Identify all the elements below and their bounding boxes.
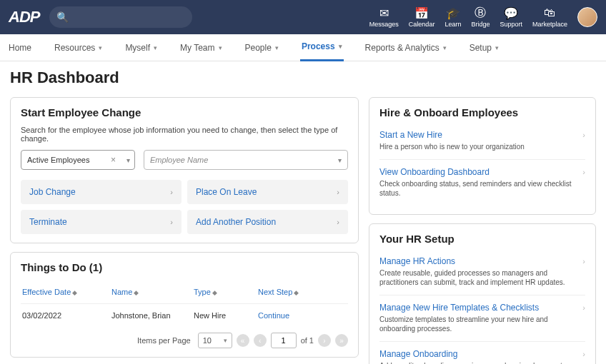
search-icon: 🔍 — [56, 11, 69, 23]
bridge-icon: Ⓑ — [475, 6, 486, 19]
nav-process[interactable]: Process▾ — [300, 34, 344, 61]
col-next-step[interactable]: Next Step◆ — [257, 285, 348, 299]
nav-my-team[interactable]: My Team▾ — [179, 34, 223, 61]
cell-date: 03/02/2022 — [21, 308, 110, 323]
link-desc: Check onboarding status, send reminders … — [379, 179, 585, 198]
action-label: Place On Leave — [196, 187, 257, 197]
link-desc: Create reusable, guided processes so man… — [379, 268, 585, 287]
support-icon: 💬 — [504, 6, 518, 19]
avatar[interactable] — [577, 7, 597, 27]
chevron-down-icon: ▾ — [154, 44, 157, 51]
action-label: Add Another Position — [196, 217, 276, 227]
nav-label: Resources — [54, 43, 95, 53]
start-employee-change-card: Start Employee Change Search for the emp… — [10, 97, 359, 243]
search-wrap: 🔍 — [49, 6, 192, 28]
topnav-messages[interactable]: ✉Messages — [369, 6, 399, 28]
action-place-on-leave[interactable]: Place On Leave› — [187, 180, 348, 204]
setup-link[interactable]: Manage New Hire Templates & Checklists› — [379, 303, 585, 313]
setup-link[interactable]: Manage Onboarding› — [379, 349, 585, 359]
hire-link[interactable]: View Onboarding Dashboard› — [379, 167, 585, 177]
next-step-link[interactable]: Continue — [258, 311, 289, 320]
topbar: ADP 🔍 ✉Messages📅Calendar🎓LearnⒷBridge💬Su… — [0, 0, 606, 34]
topnav-label: Messages — [369, 21, 399, 28]
clear-filter-icon[interactable]: × — [111, 155, 116, 165]
link-label: Manage HR Actions — [379, 256, 455, 266]
col-name[interactable]: Name◆ — [110, 285, 192, 299]
chevron-down-icon: ▾ — [339, 43, 342, 50]
topnav-calendar[interactable]: 📅Calendar — [409, 6, 435, 28]
link-label: Start a New Hire — [379, 130, 442, 140]
nav-label: Process — [302, 41, 335, 51]
topnav-learn[interactable]: 🎓Learn — [444, 6, 461, 28]
employee-filter-value: Active Employees — [27, 156, 89, 164]
action-label: Job Change — [29, 187, 76, 197]
search-input[interactable] — [49, 6, 192, 28]
page-size-select[interactable]: 10 ▾ — [198, 333, 232, 348]
right-column: Hire & Onboard Employees Start a New Hir… — [369, 97, 596, 364]
employee-filter-select[interactable]: Active Employees × ▾ — [21, 150, 135, 170]
sort-icon: ◆ — [134, 289, 139, 296]
topnav-label: Marketplace — [532, 21, 567, 28]
cell-type: New Hire — [192, 308, 257, 323]
nav-label: People — [245, 43, 272, 53]
page-first-button[interactable]: « — [237, 334, 249, 347]
topnav-label: Calendar — [409, 21, 435, 28]
start-change-help: Search for the employee whose job inform… — [21, 126, 348, 143]
chevron-down-icon: ▾ — [126, 156, 130, 164]
page-last-button[interactable]: » — [335, 334, 348, 347]
nav-people[interactable]: People▾ — [244, 34, 280, 61]
topnav-bridge[interactable]: ⒷBridge — [471, 6, 490, 28]
nav-myself[interactable]: Myself▾ — [124, 34, 159, 61]
chevron-right-icon: › — [170, 188, 173, 196]
page-of-label: of 1 — [301, 336, 314, 345]
learn-icon: 🎓 — [446, 6, 460, 19]
sort-icon: ◆ — [212, 289, 217, 296]
nav-label: Home — [9, 43, 31, 53]
todo-header: Effective Date◆ Name◆ Type◆ Next Step◆ — [21, 280, 348, 304]
pager-label: Items per Page — [137, 336, 191, 345]
hire-title: Hire & Onboard Employees — [379, 106, 585, 118]
chevron-right-icon: › — [582, 257, 585, 266]
sort-icon: ◆ — [72, 289, 77, 296]
nav-reports-analytics[interactable]: Reports & Analytics▾ — [364, 34, 448, 61]
nav-home[interactable]: Home — [7, 34, 33, 61]
nav-label: Setup — [470, 43, 492, 53]
calendar-icon: 📅 — [414, 6, 429, 19]
topnav-marketplace[interactable]: 🛍Marketplace — [532, 6, 567, 28]
col-type[interactable]: Type◆ — [192, 285, 257, 299]
action-job-change[interactable]: Job Change› — [21, 180, 182, 204]
page-number-input[interactable] — [271, 333, 297, 348]
start-change-title: Start Employee Change — [21, 106, 348, 118]
chevron-right-icon: › — [582, 131, 585, 139]
chevron-down-icon: ▾ — [99, 44, 102, 51]
setup-link[interactable]: Manage HR Actions› — [379, 256, 585, 266]
setup-link-row: Manage New Hire Templates & Checklists›C… — [379, 295, 585, 341]
nav-resources[interactable]: Resources▾ — [53, 34, 104, 61]
link-desc: Add or edit onboarding experiences and a… — [379, 361, 585, 364]
chevron-down-icon: ▾ — [495, 44, 499, 51]
sort-icon: ◆ — [294, 289, 299, 296]
topnav-support[interactable]: 💬Support — [500, 6, 522, 28]
nav-setup[interactable]: Setup▾ — [468, 34, 500, 61]
employee-name-input[interactable]: Employee Name ▾ — [144, 150, 348, 170]
chevron-right-icon: › — [337, 188, 339, 196]
chevron-right-icon: › — [582, 350, 585, 358]
things-to-do-card: Things to Do (1) Effective Date◆ Name◆ T… — [10, 252, 359, 358]
topnav-label: Learn — [444, 21, 461, 28]
app-logo: ADP — [9, 8, 39, 26]
link-label: View Onboarding Dashboard — [379, 167, 490, 177]
link-desc: Hire a person who is new to your organiz… — [379, 142, 585, 151]
link-label: Manage Onboarding — [379, 349, 457, 359]
marketplace-icon: 🛍 — [544, 6, 555, 19]
action-add-another-position[interactable]: Add Another Position› — [187, 210, 348, 234]
page-next-button[interactable]: › — [318, 334, 331, 347]
messages-icon: ✉ — [379, 6, 389, 19]
setup-link-row: Manage HR Actions›Create reusable, guide… — [379, 252, 585, 295]
nav-label: My Team — [180, 43, 214, 53]
hire-link[interactable]: Start a New Hire› — [379, 130, 585, 140]
left-column: Start Employee Change Search for the emp… — [10, 97, 359, 364]
col-effective-date[interactable]: Effective Date◆ — [21, 285, 110, 299]
action-terminate[interactable]: Terminate› — [21, 210, 182, 234]
page-prev-button[interactable]: ‹ — [254, 334, 267, 347]
link-label: Manage New Hire Templates & Checklists — [379, 303, 539, 313]
